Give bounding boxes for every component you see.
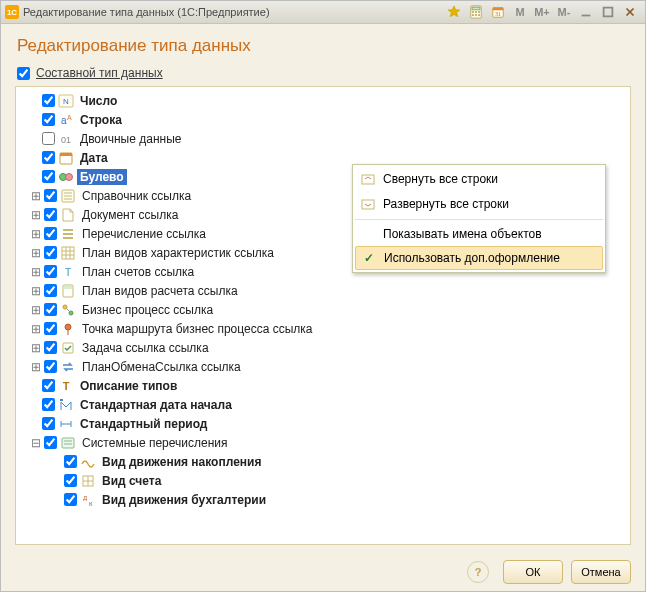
composite-label[interactable]: Составной тип данных xyxy=(36,66,163,80)
context-menu-useextra[interactable]: ✓Использовать доп.оформление xyxy=(355,246,603,270)
tree-row-pvr[interactable]: ⊞План видов расчета ссылка xyxy=(20,281,630,300)
tree-checkbox[interactable] xyxy=(44,246,57,259)
tree-row-bp[interactable]: ⊞Бизнес процесс ссылка xyxy=(20,300,630,319)
catalog-icon xyxy=(60,188,76,204)
tree-row-sysenum[interactable]: ⊟Системные перечисления xyxy=(20,433,630,452)
expander-icon[interactable]: ⊞ xyxy=(30,227,42,241)
tree-checkbox[interactable] xyxy=(44,303,57,316)
tree-row-buhkind[interactable]: ДКВид движения бухгалтерии xyxy=(20,490,630,509)
memory-mplus-button[interactable]: M+ xyxy=(532,3,552,21)
bp-icon xyxy=(60,302,76,318)
cancel-button[interactable]: Отмена xyxy=(571,560,631,584)
tree-label: План видов характеристик ссылка xyxy=(79,245,277,261)
tree-row-route[interactable]: ⊞Точка маршрута бизнес процесса ссылка xyxy=(20,319,630,338)
tree-checkbox[interactable] xyxy=(42,170,55,183)
tree-checkbox[interactable] xyxy=(64,455,77,468)
tree-label: План видов расчета ссылка xyxy=(79,283,241,299)
tree[interactable]: NЧислоaAСтрока01Двоичные данныеДатаБулев… xyxy=(15,86,631,545)
tree-row-task[interactable]: ⊞Задача ссылка ссылка xyxy=(20,338,630,357)
tree-row-number[interactable]: NЧисло xyxy=(20,91,630,110)
context-menu-label: Свернуть все строки xyxy=(383,172,498,186)
svg-rect-12 xyxy=(604,8,613,17)
tree-checkbox[interactable] xyxy=(42,417,55,430)
context-menu-collapse[interactable]: Свернуть все строки xyxy=(355,167,603,191)
tree-checkbox[interactable] xyxy=(42,132,55,145)
tree-checkbox[interactable] xyxy=(64,493,77,506)
context-menu-shownames[interactable]: Показывать имена объектов xyxy=(355,222,603,246)
tree-checkbox[interactable] xyxy=(42,151,55,164)
expander-icon[interactable]: ⊟ xyxy=(30,436,42,450)
bool-icon xyxy=(58,169,74,185)
tree-checkbox[interactable] xyxy=(44,265,57,278)
maximize-icon[interactable] xyxy=(598,3,618,21)
tree-checkbox[interactable] xyxy=(42,398,55,411)
tree-label: Задача ссылка ссылка xyxy=(79,340,212,356)
expander-icon[interactable]: ⊞ xyxy=(30,303,42,317)
tree-checkbox[interactable] xyxy=(44,322,57,335)
svg-point-29 xyxy=(65,324,71,330)
buhkind-icon: ДК xyxy=(80,492,96,508)
calculator-icon[interactable] xyxy=(466,3,486,21)
tree-checkbox[interactable] xyxy=(44,436,57,449)
expander-icon[interactable]: ⊞ xyxy=(30,208,42,222)
expander-icon[interactable]: ⊞ xyxy=(30,322,42,336)
ok-button[interactable]: ОК xyxy=(503,560,563,584)
expander-icon[interactable]: ⊞ xyxy=(30,265,42,279)
svg-text:Д: Д xyxy=(83,495,87,501)
tree-row-tdesc[interactable]: TОписание типов xyxy=(20,376,630,395)
expander-icon[interactable]: ⊞ xyxy=(30,246,42,260)
svg-rect-6 xyxy=(475,14,477,16)
expander-icon[interactable]: ⊞ xyxy=(30,341,42,355)
expander-icon[interactable]: ⊞ xyxy=(30,189,42,203)
tree-checkbox[interactable] xyxy=(44,208,57,221)
memory-mminus-button[interactable]: M- xyxy=(554,3,574,21)
tree-checkbox[interactable] xyxy=(64,474,77,487)
tree-row-movkind[interactable]: Вид движения накопления xyxy=(20,452,630,471)
calendar-icon[interactable]: 31 xyxy=(488,3,508,21)
check-icon: ✓ xyxy=(360,251,378,265)
tree-row-acckind[interactable]: Вид счета xyxy=(20,471,630,490)
memory-m-button[interactable]: M xyxy=(510,3,530,21)
tree-row-binary[interactable]: 01Двоичные данные xyxy=(20,129,630,148)
pvr-icon xyxy=(60,283,76,299)
favorite-icon[interactable] xyxy=(444,3,464,21)
help-icon[interactable]: ? xyxy=(467,561,489,583)
tree-label: Вид движения бухгалтерии xyxy=(99,492,269,508)
tree-row-string[interactable]: aAСтрока xyxy=(20,110,630,129)
tree-row-exch[interactable]: ⊞ПланОбменаСсылка ссылка xyxy=(20,357,630,376)
tree-checkbox[interactable] xyxy=(42,94,55,107)
tree-row-stddate[interactable]: Стандартная дата начала xyxy=(20,395,630,414)
composite-checkbox[interactable] xyxy=(17,67,30,80)
expander-icon[interactable]: ⊞ xyxy=(30,360,42,374)
tree-checkbox[interactable] xyxy=(42,113,55,126)
tree-checkbox[interactable] xyxy=(42,379,55,392)
svg-rect-23 xyxy=(62,247,74,259)
movkind-icon xyxy=(80,454,96,470)
tree-label: Описание типов xyxy=(77,378,180,394)
minimize-icon[interactable] xyxy=(576,3,596,21)
tree-label: Стандартный период xyxy=(77,416,210,432)
tree-checkbox[interactable] xyxy=(44,189,57,202)
collapse-icon xyxy=(359,170,377,188)
window-title: Редактирование типа данных (1С:Предприят… xyxy=(23,6,270,18)
tree-label: Системные перечисления xyxy=(79,435,231,451)
pvc-icon xyxy=(60,245,76,261)
tree-label: Точка маршрута бизнес процесса ссылка xyxy=(79,321,316,337)
tree-checkbox[interactable] xyxy=(44,227,57,240)
svg-point-28 xyxy=(69,311,73,315)
tree-checkbox[interactable] xyxy=(44,284,57,297)
context-menu-label: Развернуть все строки xyxy=(383,197,509,211)
tree-label: Перечисление ссылка xyxy=(79,226,209,242)
context-menu-expand[interactable]: Развернуть все строки xyxy=(355,191,603,220)
expander-icon[interactable]: ⊞ xyxy=(30,284,42,298)
close-icon[interactable] xyxy=(620,3,640,21)
footer: ? ОК Отмена xyxy=(1,553,645,591)
tree-checkbox[interactable] xyxy=(44,341,57,354)
tree-row-stdper[interactable]: Стандартный период xyxy=(20,414,630,433)
tree-label: Документ ссылка xyxy=(79,207,181,223)
tree-checkbox[interactable] xyxy=(44,360,57,373)
svg-rect-38 xyxy=(362,200,374,209)
svg-text:31: 31 xyxy=(495,11,501,17)
svg-rect-4 xyxy=(478,11,480,13)
tree-label: План счетов ссылка xyxy=(79,264,197,280)
